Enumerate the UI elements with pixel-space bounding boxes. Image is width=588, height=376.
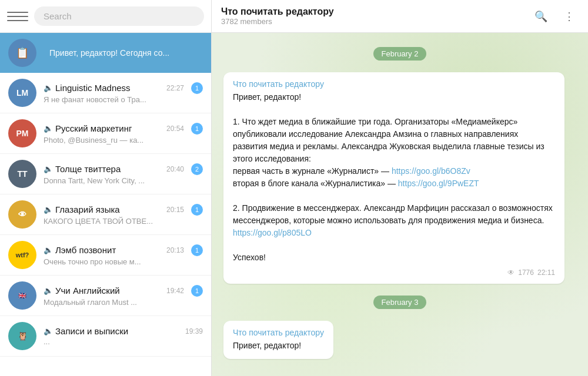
chat-list: LM 🔈 Linguistic Madness 22:27 1 Я не фан… [0,73,211,376]
unread-badge: 1 [191,123,203,135]
message-channel-name: Что почитать редактору [233,79,555,89]
message-channel-name-2: Что почитать редактору [233,328,324,337]
sidebar: Search 📋 Привет, редактор! Сегодня со...… [0,0,212,376]
search-input[interactable]: Search [34,6,204,26]
link-3[interactable]: https://goo.gl/p805LO [233,228,312,237]
more-options-button[interactable]: ⋮ [560,7,579,26]
message-text-2: Привет, редактор! [233,340,324,352]
chat-time: 19:39 [185,327,203,335]
chat-list-item[interactable]: PM 🔈 Русский маркетинг 20:54 1 Photo, @B… [0,113,211,154]
chat-subtitle: 3782 members [221,17,334,26]
chat-preview: Donna Tartt, New York City, ... [44,176,203,185]
chat-avatar: 👁 [8,200,36,229]
chat-name: 🔈 Русский маркетинг [44,123,132,133]
chat-preview: Очень точно про новые м... [44,257,203,266]
chat-info: 🔈 Учи Английский 19:42 1 Модальный глаго… [44,285,203,307]
chat-preview: ... [44,337,203,346]
chat-info: 🔈 Лэмб позвонит 20:13 1 Очень точно про … [44,244,203,266]
link-1[interactable]: https://goo.gl/b6O8Zv [392,166,470,176]
message-item: Что почитать редактору Привет, редактор!… [223,72,564,284]
chat-name: 🔈 Глазарий языка [44,204,120,214]
chat-name: 🔈 Толще твиттера [44,164,121,174]
chat-time: 19:42 [166,287,184,295]
chat-info: 🔈 Записи и выписки 19:39 ... [44,326,203,346]
chat-info: 🔈 Linguistic Madness 22:27 1 Я не фанат … [44,82,203,104]
chat-list-item[interactable]: ТТ 🔈 Толще твиттера 20:40 2 Donna Tartt,… [0,154,211,194]
message-text: Привет, редактор! 1. Что ждет медиа в бл… [233,91,555,264]
chat-header-info: Что почитать редактору 3782 members [221,6,334,26]
top-banner[interactable]: 📋 Привет, редактор! Сегодня со... [0,33,211,73]
chat-header: Что почитать редактору 3782 members 🔍 ⋮ [212,0,588,33]
date-chip-feb2: February 2 [373,47,427,61]
views-icon: 👁 [507,268,514,277]
chat-time: 22:27 [166,84,184,92]
chat-name: 🔈 Записи и выписки [44,326,128,336]
unread-badge: 1 [191,244,203,256]
channel-icon: 🔈 [44,286,53,295]
chat-time: 20:40 [166,165,184,173]
messages-area: February 2 Что почитать редактору Привет… [212,33,588,376]
channel-icon: 🔈 [44,164,53,173]
date-divider-feb3: February 3 [223,296,576,309]
chat-info: 🔈 Толще твиттера 20:40 2 Donna Tartt, Ne… [44,163,203,185]
unread-badge: 2 [191,163,203,175]
chat-time: 20:54 [166,125,184,133]
chat-info: 🔈 Русский маркетинг 20:54 1 Photo, @Busi… [44,123,203,145]
sidebar-header: Search [0,0,211,33]
chat-list-item[interactable]: 🇬🇧 🔈 Учи Английский 19:42 1 Модальный гл… [0,276,211,316]
chat-list-item[interactable]: LM 🔈 Linguistic Madness 22:27 1 Я не фан… [0,73,211,113]
chat-avatar: PM [8,119,36,147]
channel-icon: 🔈 [44,327,53,335]
chat-list-item[interactable]: 🦉 🔈 Записи и выписки 19:39 ... [0,316,211,357]
message-footer: 👁 1776 22:11 [233,268,555,277]
chat-name: 🔈 Linguistic Madness [44,83,131,93]
chat-time: 20:13 [166,246,184,254]
chat-preview: Я не фанат новостей о Тра... [44,95,203,104]
chat-avatar: wtf? [8,241,36,269]
chat-avatar: 🇬🇧 [8,281,36,310]
chat-list-item[interactable]: 👁 🔈 Глазарий языка 20:15 1 КАКОГО ЦВЕТА … [0,194,211,235]
channel-icon: 🔈 [44,246,53,254]
chat-panel: Что почитать редактору 3782 members 🔍 ⋮ … [212,0,588,376]
chat-title: Что почитать редактору [221,6,334,17]
channel-icon: 🔈 [44,124,53,133]
chat-list-item[interactable]: wtf? 🔈 Лэмб позвонит 20:13 1 Очень точно… [0,235,211,276]
date-chip-feb3: February 3 [373,296,427,309]
top-banner-avatar: 📋 [8,39,36,67]
message-time: 22:11 [537,268,555,277]
unread-badge: 1 [191,285,203,297]
chat-preview: Модальный глагол Must ... [44,298,203,307]
message-views: 1776 [518,268,534,277]
date-divider-feb2: February 2 [223,47,576,61]
channel-icon: 🔈 [44,205,53,214]
chat-avatar: ТТ [8,160,36,188]
unread-badge: 1 [191,204,203,216]
hamburger-menu-button[interactable] [7,6,28,27]
unread-badge: 1 [191,82,203,94]
chat-avatar: LM [8,79,36,107]
chat-time: 20:15 [166,206,184,214]
chat-name: 🔈 Учи Английский [44,286,120,296]
link-2[interactable]: https://goo.gl/9PwEZT [398,179,479,188]
search-button[interactable]: 🔍 [532,7,550,26]
chat-preview: КАКОГО ЦВЕТА ТВОЙ ОТВЕ... [44,217,203,226]
chat-header-actions: 🔍 ⋮ [532,7,579,26]
message-item-2: Что почитать редактору Привет, редактор! [223,321,333,359]
top-banner-text: Привет, редактор! Сегодня со... [49,48,169,58]
channel-icon: 🔈 [44,83,53,92]
chat-name: 🔈 Лэмб позвонит [44,245,116,255]
chat-info: 🔈 Глазарий языка 20:15 1 КАКОГО ЦВЕТА ТВ… [44,204,203,226]
chat-preview: Photo, @Business_ru — ка... [44,136,203,145]
chat-avatar: 🦉 [8,322,36,350]
